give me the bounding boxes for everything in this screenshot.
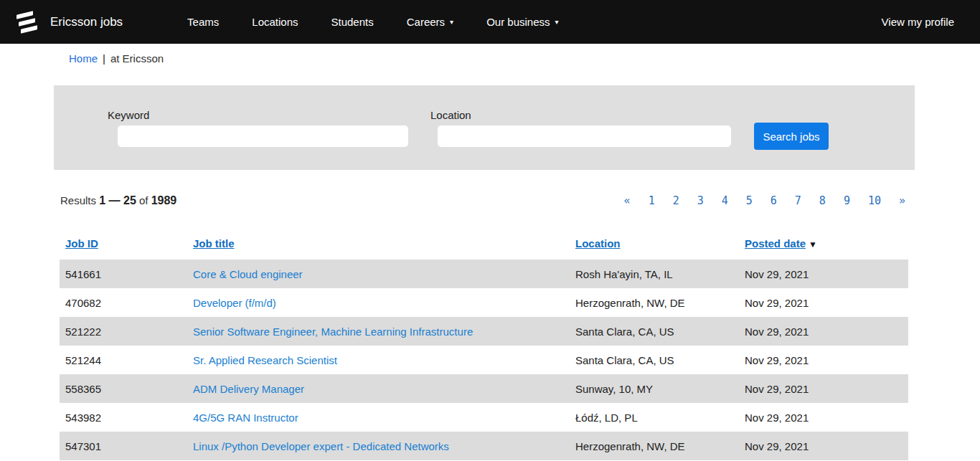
job-location-cell: Herzogenrath, NW, DE (570, 288, 739, 317)
brand-title: Ericsson jobs (50, 15, 123, 29)
pagination-page-6[interactable]: 6 (771, 194, 777, 207)
sort-job-title-header[interactable]: Job title (193, 237, 235, 249)
job-title-link[interactable]: Sr. Applied Research Scientist (193, 354, 337, 366)
table-row: 547301 Linux /Python Developer expert - … (60, 432, 908, 460)
pagination-page-9[interactable]: 9 (844, 194, 850, 207)
results-range: 1 — 25 (99, 194, 136, 206)
job-id-cell: 541661 (60, 260, 187, 288)
job-date-cell: Nov 29, 2021 (739, 374, 908, 403)
job-search-panel: Keyword Location Search jobs (54, 85, 915, 170)
table-row: 521222 Senior Software Engineer, Machine… (60, 317, 908, 346)
pagination-page-7[interactable]: 7 (795, 194, 801, 207)
chevron-down-icon: ▾ (450, 18, 453, 26)
job-location-cell: Santa Clara, CA, US (570, 317, 739, 346)
pagination-page-2[interactable]: 2 (673, 194, 679, 207)
table-header-row: Job ID Job title Location Posted date▼ (60, 229, 908, 260)
sort-posted-date-header[interactable]: Posted date (745, 237, 806, 249)
nav-item-students[interactable]: Students (331, 16, 374, 28)
job-location-cell: Sunway, 10, MY (570, 374, 739, 403)
job-location-cell: Santa Clara, CA, US (570, 346, 739, 374)
job-title-link[interactable]: ADM Delivery Manager (193, 383, 304, 395)
breadcrumb-separator: | (103, 52, 105, 65)
job-title-link[interactable]: Core & Cloud engineer (193, 268, 303, 280)
pagination-next[interactable]: » (899, 194, 905, 207)
job-location-cell: Łódź, LD, PL (570, 403, 739, 432)
main-nav: Teams Locations Students Careers ▾ Our b… (187, 16, 558, 28)
breadcrumb-current: at Ericsson (110, 52, 164, 65)
job-date-cell: Nov 29, 2021 (739, 317, 908, 346)
job-location-cell: Rosh Ha'ayin, TA, IL (570, 260, 739, 288)
sort-location-header[interactable]: Location (575, 237, 621, 249)
keyword-label: Keyword (108, 109, 149, 121)
table-row: 543982 4G/5G RAN Instructor Łódź, LD, PL… (60, 403, 908, 432)
top-navbar: Ericsson jobs Teams Locations Students C… (0, 0, 980, 44)
nav-item-locations[interactable]: Locations (252, 16, 298, 28)
table-row: 558365 ADM Delivery Manager Sunway, 10, … (60, 374, 908, 403)
job-id-cell: 521222 (60, 317, 187, 346)
job-title-link[interactable]: 4G/5G RAN Instructor (193, 412, 298, 424)
job-title-link[interactable]: Senior Software Engineer, Machine Learni… (193, 325, 473, 338)
pagination-page-5[interactable]: 5 (746, 194, 753, 207)
job-date-cell: Nov 29, 2021 (739, 346, 908, 374)
job-date-cell: Nov 29, 2021 (739, 432, 908, 460)
pagination-prev[interactable]: « (624, 194, 631, 207)
results-count: Results 1 — 25 of 1989 (60, 194, 176, 207)
results-total: 1989 (151, 194, 177, 206)
job-id-cell: 558365 (60, 374, 187, 403)
job-id-cell: 521244 (60, 346, 187, 374)
job-id-cell: 547301 (60, 432, 187, 460)
location-input[interactable] (438, 125, 731, 147)
nav-item-teams[interactable]: Teams (187, 16, 219, 28)
pagination-page-8[interactable]: 8 (819, 194, 826, 207)
job-location-cell: Herzogenrath, NW, DE (570, 432, 739, 460)
pagination-page-3[interactable]: 3 (697, 194, 704, 207)
job-id-cell: 470682 (60, 288, 187, 317)
breadcrumb-home-link[interactable]: Home (69, 52, 98, 65)
table-row: 521244 Sr. Applied Research Scientist Sa… (60, 346, 908, 374)
pagination-page-4[interactable]: 4 (722, 194, 728, 207)
sort-descending-icon: ▼ (809, 239, 817, 249)
keyword-input[interactable] (118, 125, 408, 147)
pagination: « 1 2 3 4 5 6 7 8 9 10 » (624, 194, 905, 207)
job-date-cell: Nov 29, 2021 (739, 260, 908, 288)
search-jobs-button[interactable]: Search jobs (754, 123, 829, 150)
job-title-link[interactable]: Developer (f/m/d) (193, 297, 276, 309)
nav-item-our-business[interactable]: Our business ▾ (486, 16, 558, 28)
table-row: 541661 Core & Cloud engineer Rosh Ha'ayi… (60, 260, 908, 288)
job-date-cell: Nov 29, 2021 (739, 288, 908, 317)
pagination-page-1[interactable]: 1 (649, 194, 655, 207)
chevron-down-icon: ▾ (555, 18, 559, 26)
ericsson-logo-icon (17, 11, 38, 34)
breadcrumb: Home | at Ericsson (0, 44, 980, 72)
view-profile-link[interactable]: View my profile (882, 16, 954, 28)
table-row: 470682 Developer (f/m/d) Herzogenrath, N… (60, 288, 908, 317)
results-bar: Results 1 — 25 of 1989 « 1 2 3 4 5 6 7 8… (60, 194, 905, 207)
job-title-link[interactable]: Linux /Python Developer expert - Dedicat… (193, 440, 449, 452)
jobs-table: Job ID Job title Location Posted date▼ 5… (60, 229, 908, 460)
pagination-page-10[interactable]: 10 (868, 194, 881, 207)
location-label: Location (430, 109, 471, 121)
nav-item-careers[interactable]: Careers ▾ (407, 16, 453, 28)
job-date-cell: Nov 29, 2021 (739, 403, 908, 432)
sort-job-id-header[interactable]: Job ID (65, 237, 98, 249)
job-id-cell: 543982 (60, 403, 187, 432)
